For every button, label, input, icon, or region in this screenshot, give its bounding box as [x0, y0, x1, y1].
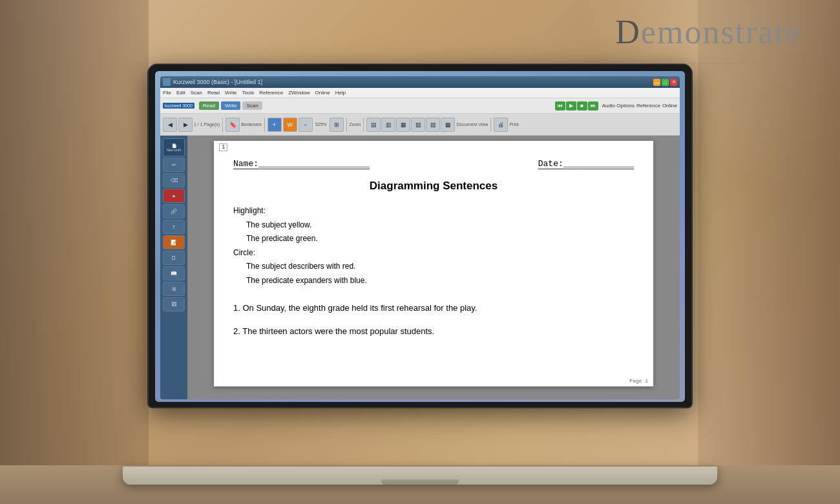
menu-bar: File Edit Scan Read Write Tools Referenc…	[160, 88, 680, 98]
minimize-button[interactable]: —	[653, 79, 660, 86]
instructions-section: Highlight: The subject yellow. The predi…	[233, 204, 634, 288]
title-bar-left: Kurzweil 3000 (Basic) - [Untitled 1]	[163, 78, 262, 86]
playback-controls[interactable]: ⏮ ▶ ■ ⏭	[555, 101, 598, 110]
kurzweil-logo: kurzweil 3000	[163, 103, 194, 109]
document-area: 1 Name:______________________ Date:_____…	[187, 136, 680, 399]
sep5	[490, 118, 491, 132]
app-icon	[163, 78, 171, 86]
sep4	[363, 118, 364, 132]
view-btn-6[interactable]: ▩	[441, 118, 455, 132]
menu-zwindow[interactable]: ZWindow	[288, 90, 310, 96]
audio-options-label[interactable]: Audio Options	[602, 103, 635, 109]
office-button[interactable]: W	[283, 118, 297, 132]
name-date-line: Name:______________________ Date:_______…	[233, 159, 634, 169]
reference-label[interactable]: Reference	[636, 103, 660, 109]
note-button[interactable]: 📝	[163, 235, 185, 249]
demonstrate-heading: Demonstrate	[615, 13, 801, 51]
maximize-button[interactable]: □	[662, 79, 669, 86]
erase-button[interactable]: ⌫	[163, 173, 185, 187]
close-button[interactable]: ✕	[670, 79, 677, 86]
laptop-notch	[381, 479, 459, 485]
menu-online[interactable]: Online	[315, 90, 330, 96]
sidebar: 📄 New Draft ✏ ⌫ ● 🔗 T 📝 🗒 📖 ⊞ 🖼	[160, 136, 187, 399]
predicate-expanders: The predicate expanders with blue.	[233, 274, 634, 288]
toolbar2: ◀ ▶ 1 / 1 Page(s) 🔖 Bookmark + W − 525% …	[160, 114, 680, 136]
sep1	[222, 118, 223, 132]
new-draft-button[interactable]: 📄 New Draft	[163, 138, 185, 156]
zoom-in-button[interactable]: +	[268, 118, 282, 132]
main-area: 📄 New Draft ✏ ⌫ ● 🔗 T 📝 🗒 📖 ⊞ 🖼	[160, 136, 680, 399]
document-title: Diagramming Sentences	[233, 180, 634, 193]
nav-controls: ⏮ ▶ ■ ⏭ Audio Options Reference Online	[555, 101, 677, 110]
app-window: Kurzweil 3000 (Basic) - [Untitled 1] — □…	[160, 76, 680, 399]
zoom-fit-button[interactable]: ⊞	[330, 118, 344, 132]
window-title: Kurzweil 3000 (Basic) - [Untitled 1]	[173, 79, 262, 85]
name-field[interactable]: Name:______________________	[233, 159, 370, 169]
laptop-base	[123, 467, 717, 485]
divider-line	[123, 63, 801, 64]
menu-edit[interactable]: Edit	[176, 90, 185, 96]
view-buttons: ▤ ▥ ▦ ▧ ▨ ▩	[366, 118, 455, 132]
skip-forward-button[interactable]: ⏭	[588, 101, 598, 110]
sentence-2: 2. The thirteen actors were the most pop…	[233, 323, 634, 340]
online-label[interactable]: Online	[662, 103, 677, 109]
menu-scan[interactable]: Scan	[191, 90, 202, 96]
menu-help[interactable]: Help	[335, 90, 346, 96]
laptop-screen-frame: Kurzweil 3000 (Basic) - [Untitled 1] — □…	[149, 65, 691, 407]
link-button[interactable]: 🔗	[163, 204, 185, 218]
skip-back-button[interactable]: ⏮	[555, 101, 565, 110]
view-btn-3[interactable]: ▦	[396, 118, 410, 132]
subject-yellow: The subject yellow.	[233, 218, 634, 233]
circle-label: Circle:	[233, 246, 634, 260]
book-button[interactable]: 📖	[163, 266, 185, 280]
sep2	[264, 118, 265, 132]
pages-label: Page(s)	[204, 122, 220, 127]
menu-write[interactable]: Write	[225, 90, 237, 96]
laptop-screen-bezel: Kurzweil 3000 (Basic) - [Untitled 1] — □…	[155, 71, 685, 402]
zoom-percent: 525%	[315, 122, 327, 127]
zoom-label: Zoom	[350, 122, 361, 127]
sentence-1: 1. On Sunday, the eighth grade held its …	[233, 300, 634, 317]
document-view-label: Document View	[456, 122, 488, 127]
laptop: Kurzweil 3000 (Basic) - [Untitled 1] — □…	[110, 65, 730, 504]
record-button[interactable]: ●	[163, 189, 185, 203]
bookmark-button[interactable]: 🔖	[226, 118, 240, 132]
audio-options-bar: Audio Options Reference Online	[602, 103, 677, 109]
print-label: Print	[509, 122, 518, 127]
tab-write[interactable]: Write	[221, 101, 241, 110]
view-btn-2[interactable]: ▥	[381, 118, 395, 132]
next-button[interactable]: ▶	[178, 118, 193, 132]
page-label: 1 / 1	[194, 122, 203, 127]
window-controls[interactable]: — □ ✕	[653, 79, 677, 86]
menu-read[interactable]: Read	[207, 90, 220, 96]
stop-button[interactable]: ■	[577, 101, 587, 110]
view-btn-5[interactable]: ▨	[426, 118, 440, 132]
pencil-button[interactable]: ✏	[163, 158, 185, 172]
predicate-green: The predicate green.	[233, 232, 634, 246]
title-bar: Kurzweil 3000 (Basic) - [Untitled 1] — □…	[160, 76, 680, 88]
draft-label: New Draft	[167, 148, 181, 152]
date-field[interactable]: Date:______________	[538, 159, 634, 169]
print-button[interactable]: 🖨	[494, 118, 508, 132]
highlight-label: Highlight:	[233, 204, 634, 218]
zoom-out-button[interactable]: −	[299, 118, 313, 132]
menu-tools[interactable]: Tools	[242, 90, 255, 96]
document-page: 1 Name:______________________ Date:_____…	[214, 141, 653, 386]
sep3	[346, 118, 347, 132]
menu-reference[interactable]: Reference	[259, 90, 283, 96]
image-button[interactable]: 🖼	[163, 297, 185, 311]
play-button[interactable]: ▶	[566, 101, 576, 110]
sticky-button[interactable]: 🗒	[163, 251, 185, 265]
demonstrate-d: D	[615, 14, 641, 50]
menu-file[interactable]: File	[163, 90, 171, 96]
grid-button[interactable]: ⊞	[163, 282, 185, 296]
tab-scan[interactable]: Scan	[242, 101, 262, 110]
view-btn-4[interactable]: ▧	[411, 118, 425, 132]
demonstrate-rest: emonstrate	[641, 14, 801, 50]
bookmark-label: Bookmark	[241, 122, 262, 127]
view-btn-1[interactable]: ▤	[366, 118, 381, 132]
page-footer: Page 1	[629, 378, 648, 384]
prev-button[interactable]: ◀	[163, 118, 177, 132]
text-button[interactable]: T	[163, 220, 185, 234]
tab-read[interactable]: Read	[199, 101, 219, 110]
